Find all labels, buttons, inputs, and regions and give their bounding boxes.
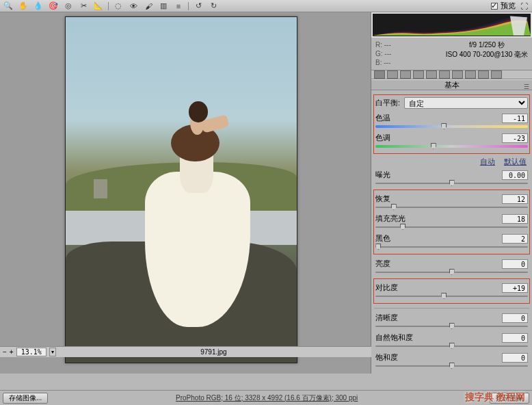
saturation-label: 饱和度 <box>375 352 414 363</box>
color-sampler-icon[interactable]: 🎯 <box>48 1 59 11</box>
rotate-cw-icon[interactable]: ↻ <box>208 1 219 11</box>
tint-label: 色调 <box>375 133 414 143</box>
recovery-value[interactable]: 12 <box>502 194 528 204</box>
temp-label: 色温 <box>375 113 414 123</box>
vibrance-slider[interactable] <box>375 343 528 350</box>
main-area: − + 13.1% ▾ 9791.jpg R: --- G: --- B: --… <box>0 12 532 374</box>
zoom-dropdown[interactable]: ▾ <box>49 348 56 356</box>
exif-aperture-shutter: f/9 1/250 秒 <box>446 40 528 50</box>
temp-slider[interactable] <box>375 123 528 130</box>
crop-icon[interactable]: ✂ <box>78 1 89 11</box>
tab-snapshots[interactable] <box>491 70 502 79</box>
filename-label: 9791.jpg <box>200 348 226 356</box>
metadata-bar: R: --- G: --- B: --- f/9 1/250 秒 ISO 400… <box>371 38 532 70</box>
open-image-button[interactable]: 打开图像 <box>490 393 529 404</box>
filllight-slider[interactable] <box>375 224 528 231</box>
rotate-ccw-icon[interactable]: ↺ <box>193 1 204 11</box>
saturation-slider[interactable] <box>375 363 528 369</box>
straighten-icon[interactable]: 📐 <box>93 1 104 11</box>
tab-detail[interactable] <box>400 70 411 79</box>
vibrance-value[interactable]: 0 <box>502 333 528 343</box>
default-link[interactable]: 默认值 <box>504 157 527 166</box>
tab-calibration[interactable] <box>465 70 476 79</box>
tab-split-tone[interactable] <box>426 70 437 79</box>
preview-footer: − + 13.1% ▾ 9791.jpg <box>0 346 371 357</box>
histogram[interactable] <box>371 12 532 38</box>
tab-curve[interactable] <box>387 70 398 79</box>
readout-r: R: --- <box>375 40 391 49</box>
blacks-slider[interactable] <box>375 244 528 250</box>
readout-g: G: --- <box>375 49 391 58</box>
brightness-label: 亮度 <box>375 259 414 269</box>
save-image-button[interactable]: 存储图像... <box>3 393 48 404</box>
filllight-value[interactable]: 18 <box>502 214 528 224</box>
vibrance-label: 自然饱和度 <box>375 332 414 343</box>
tab-lens[interactable] <box>439 70 450 79</box>
zoom-level[interactable]: 13.1% <box>16 348 46 356</box>
tab-effects[interactable] <box>452 70 463 79</box>
filllight-label: 填充亮光 <box>375 213 414 224</box>
zoom-in-icon[interactable]: + <box>10 348 14 356</box>
tab-hsl[interactable] <box>413 70 424 79</box>
bottom-bar: 存储图像... ProPhoto RGB; 16 位; 3328 x 4992 … <box>0 390 532 405</box>
brightness-slider[interactable] <box>375 269 528 276</box>
temp-value[interactable]: -11 <box>502 114 528 123</box>
blacks-value[interactable]: 2 <box>502 234 528 244</box>
recovery-slider[interactable] <box>375 204 528 211</box>
zoom-out-icon[interactable]: − <box>3 348 7 356</box>
separator <box>108 2 109 10</box>
exposure-value[interactable]: 0.00 <box>502 170 528 180</box>
divider <box>374 308 529 309</box>
tab-basic[interactable] <box>374 70 385 79</box>
clarity-label: 清晰度 <box>375 313 414 323</box>
recovery-label: 恢复 <box>375 194 414 204</box>
basic-controls: 白平衡: 自定 色温 -11 色调 -23 <box>371 90 532 374</box>
adjustments-panel: R: --- G: --- B: --- f/9 1/250 秒 ISO 400… <box>371 12 532 374</box>
contrast-label: 对比度 <box>375 283 414 293</box>
exposure-slider[interactable] <box>375 180 528 187</box>
clarity-slider[interactable] <box>375 323 528 330</box>
clarity-value[interactable]: 0 <box>502 313 528 323</box>
tab-presets[interactable] <box>478 70 489 79</box>
auto-default-links: 自动 默认值 <box>375 157 527 167</box>
preferences-icon[interactable]: ≡ <box>173 1 184 11</box>
image-preview <box>65 16 297 363</box>
gradient-filter-icon[interactable]: ▥ <box>158 1 169 11</box>
image-preview-area[interactable]: − + 13.1% ▾ 9791.jpg <box>0 12 371 374</box>
redeye-icon[interactable]: 👁 <box>128 1 139 11</box>
preview-checkbox[interactable] <box>491 3 498 10</box>
saturation-value[interactable]: 0 <box>502 353 528 363</box>
auto-link[interactable]: 自动 <box>480 157 495 166</box>
adjustment-brush-icon[interactable]: 🖌 <box>143 1 154 11</box>
exif-iso-lens: ISO 400 70-200@130 毫米 <box>446 50 528 60</box>
hand-icon[interactable]: ✋ <box>18 1 29 11</box>
document-info-link[interactable]: ProPhoto RGB; 16 位; 3328 x 4992 (16.6 百万… <box>176 393 358 403</box>
camera-raw-toolbar: 🔍 ✋ 💧 🎯 ◎ ✂ 📐 ◌ 👁 🖌 ▥ ≡ ↺ ↻ 预览 ⛶ <box>0 0 532 12</box>
zoom-icon[interactable]: 🔍 <box>3 1 14 11</box>
target-adjust-icon[interactable]: ◎ <box>63 1 74 11</box>
preview-checkbox-label: 预览 <box>501 1 516 11</box>
wb-preset-select[interactable]: 自定 <box>404 97 528 109</box>
section-menu-icon[interactable]: ☰ <box>524 82 529 92</box>
brightness-value[interactable]: 0 <box>502 259 528 269</box>
wb-eyedropper-icon[interactable]: 💧 <box>33 1 44 11</box>
spot-removal-icon[interactable]: ◌ <box>113 1 124 11</box>
tint-slider[interactable] <box>375 143 528 150</box>
separator <box>188 2 189 10</box>
exposure-label: 曝光 <box>375 170 414 180</box>
contrast-value[interactable]: +19 <box>502 283 528 293</box>
tint-value[interactable]: -23 <box>502 133 528 143</box>
blacks-label: 黑色 <box>375 233 414 244</box>
section-header-basic: 基本 ☰ <box>371 79 532 90</box>
wb-label: 白平衡: <box>375 98 400 108</box>
readout-b: B: --- <box>375 58 391 67</box>
contrast-slider[interactable] <box>375 293 528 300</box>
fullscreen-icon[interactable]: ⛶ <box>518 1 529 11</box>
section-title: 基本 <box>444 81 460 89</box>
panel-tabs <box>371 70 532 79</box>
